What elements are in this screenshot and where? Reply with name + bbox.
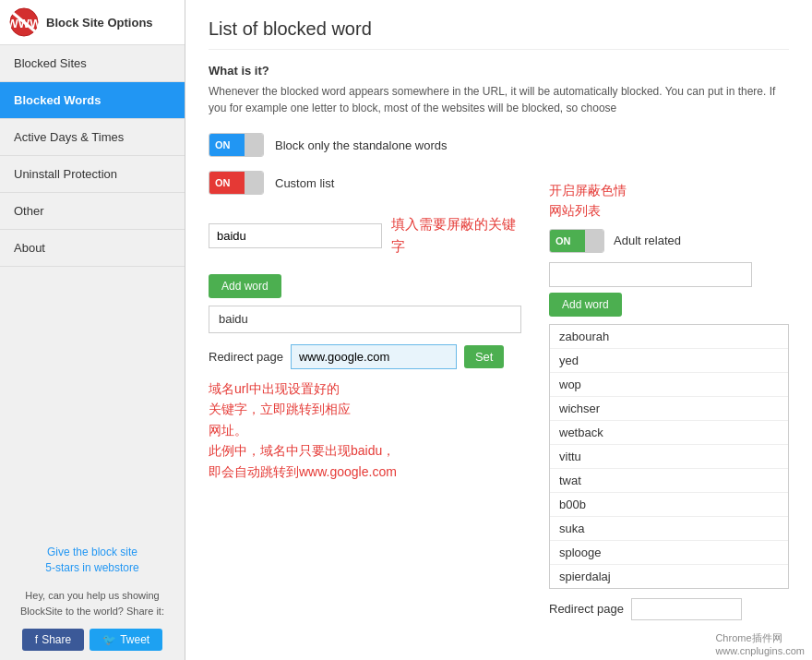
page-title: List of blocked word [209,18,789,50]
promo-line2: 5-stars in webstore [45,561,138,574]
facebook-share-button[interactable]: f Share [22,629,84,651]
facebook-icon: f [35,633,38,646]
standalone-toggle-label: Block only the standalone words [275,138,447,152]
right-add-word-button[interactable]: Add word [549,293,622,317]
sidebar-promo: Give the block site 5-stars in webstore [0,537,185,583]
list-item: wetback [550,421,788,445]
standalone-toggle[interactable]: ON [209,133,264,157]
share-area: Hey, can you help us showing BlockSite t… [0,583,185,623]
custom-list-toggle-row: ON Custom list [209,171,521,195]
list-item: suka [550,517,788,541]
list-item: wop [550,373,788,397]
right-word-input-row [549,262,789,287]
custom-list-toggle-on: ON [209,172,245,194]
standalone-toggle-row: ON Block only the standalone words [209,133,789,157]
sidebar: WWW Block Site Options Blocked Sites Blo… [0,0,185,660]
description-text: Whenever the blocked word appears somewh… [209,83,789,116]
redirect-row: Redirect page Set [209,344,521,369]
adult-toggle[interactable]: ON [549,229,604,253]
list-item: zabourah [550,325,788,349]
custom-list-toggle[interactable]: ON [209,171,264,195]
sidebar-item-about[interactable]: About [0,230,185,267]
twitter-tweet-button[interactable]: 🐦 Tweet [90,629,162,651]
sidebar-item-uninstall-protection[interactable]: Uninstall Protection [0,156,185,193]
content-columns: ON Custom list 填入需要屏蔽的关键字 Add word baidu… [209,171,789,620]
set-button[interactable]: Set [464,345,505,368]
redirect-label: Redirect page [209,350,283,364]
list-item: yed [550,349,788,373]
custom-list-label: Custom list [275,176,334,190]
right-redirect-label: Redirect page [549,602,624,616]
sidebar-item-other[interactable]: Other [0,193,185,230]
promo-line1: Give the block site [47,546,137,558]
toggle-on-label: ON [209,134,245,156]
list-item: twat [550,469,788,493]
left-column: ON Custom list 填入需要屏蔽的关键字 Add word baidu… [209,171,521,620]
right-column: 开启屏蔽色情网站列表 ON Adult related Add word zab… [549,171,789,620]
watermark: Chrome插件网www.cnplugins.com [715,631,805,656]
add-word-button[interactable]: Add word [209,274,281,298]
right-redirect-input[interactable] [631,598,742,620]
sidebar-item-blocked-words[interactable]: Blocked Words [0,82,185,119]
adult-toggle-on: ON [550,230,585,252]
sidebar-item-blocked-sites[interactable]: Blocked Sites [0,45,185,82]
social-buttons: f Share 🐦 Tweet [0,623,185,660]
word-list-entry: baidu [209,306,521,333]
adult-toggle-row: ON Adult related [549,229,789,253]
list-item: vittu [550,445,788,469]
twitter-icon: 🐦 [102,633,116,646]
sidebar-title: Block Site Options [46,16,153,30]
annotation-redirect: 域名url中出现设置好的 关键字，立即跳转到相应 网址。 此例中，域名中只要出现… [209,378,521,482]
block-site-logo: WWW [9,7,39,37]
sidebar-nav: Blocked Sites Blocked Words Active Days … [0,45,185,537]
what-is-it-label: What is it? [209,64,789,78]
right-word-input[interactable] [549,262,752,287]
right-redirect-row: Redirect page [549,598,789,620]
main-content: List of blocked word What is it? Wheneve… [185,0,812,660]
adult-toggle-off [585,230,603,252]
list-item: spierdalaj [550,565,788,588]
annotation-keyword: 填入需要屏蔽的关键字 [391,213,521,258]
word-input-row: 填入需要屏蔽的关键字 [209,204,521,267]
sidebar-item-active-days[interactable]: Active Days & Times [0,119,185,156]
redirect-input[interactable] [291,344,457,369]
list-item: splooge [550,541,788,565]
list-item: b00b [550,493,788,517]
word-input[interactable] [209,223,382,248]
toggle-off-area [245,134,263,156]
sidebar-header: WWW Block Site Options [0,0,185,45]
right-word-list: zabourah yed wop wichser wetback vittu t… [549,324,789,589]
custom-list-toggle-off [245,172,263,194]
adult-toggle-label: Adult related [614,234,681,247]
annotation-adult-right: 开启屏蔽色情网站列表 [549,180,789,222]
list-item: wichser [550,397,788,421]
